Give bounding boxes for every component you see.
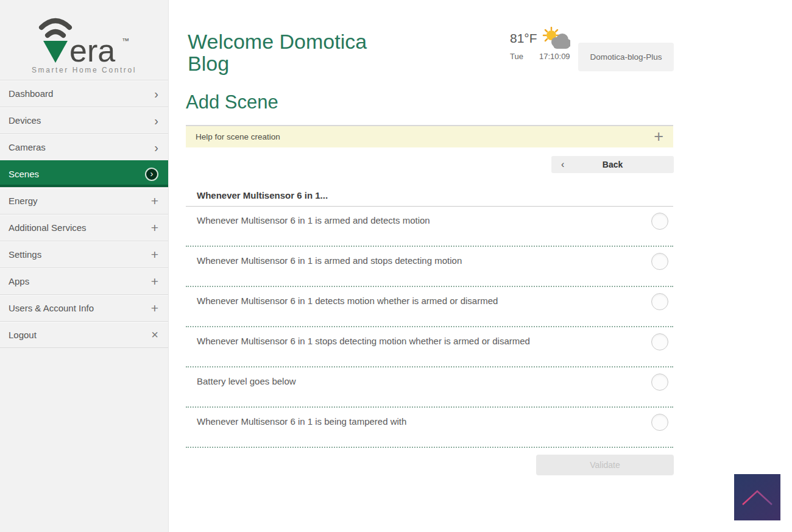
sidebar-item-dashboard[interactable]: Dashboard: [0, 80, 168, 107]
sidebar-menu: Dashboard Devices Cameras Scenes Energy …: [0, 80, 168, 348]
sidebar-item-additional-services[interactable]: Additional Services: [0, 214, 168, 241]
hub-selector-button[interactable]: Domotica-blog-Plus: [578, 43, 674, 71]
sidebar-item-label: Additional Services: [9, 222, 151, 233]
vera-logo: era ™ Smarter Home Control: [0, 0, 168, 80]
help-bar-label: Help for scene creation: [196, 132, 654, 141]
chevron-right-icon: [154, 141, 158, 154]
sidebar-item-users-account-info[interactable]: Users & Account Info: [0, 294, 168, 321]
vera-logo-icon: era ™: [33, 12, 135, 65]
sidebar-item-label: Logout: [9, 330, 151, 340]
plus-icon[interactable]: +: [654, 129, 663, 145]
sidebar-item-apps[interactable]: Apps: [0, 268, 168, 294]
sidebar-item-devices[interactable]: Devices: [0, 107, 168, 133]
weekday-label: Tue: [510, 52, 539, 61]
plus-icon: [151, 221, 158, 234]
clock-time: 17:10:09: [539, 52, 570, 61]
trigger-row-stops-detecting-any[interactable]: Whenever Multisensor 6 in 1 stops detect…: [186, 327, 673, 367]
page-title: Add Scene: [186, 91, 278, 113]
sun-behind-cloud-icon: [541, 27, 570, 50]
welcome-title: Welcome Domotica Blog: [188, 30, 395, 75]
chevron-right-icon: [154, 115, 158, 127]
trigger-label: Whenever Multisensor 6 in 1 is armed and…: [197, 215, 430, 225]
sidebar-item-energy[interactable]: Energy: [0, 187, 168, 214]
back-button-label: Back: [551, 156, 674, 173]
sidebar-item-label: Devices: [9, 115, 154, 126]
sidebar-item-label: Cameras: [9, 142, 154, 152]
sidebar-item-label: Apps: [9, 276, 151, 286]
trigger-label: Whenever Multisensor 6 in 1 detects moti…: [197, 296, 498, 306]
sidebar-item-scenes[interactable]: Scenes: [0, 160, 168, 187]
trigger-label: Whenever Multisensor 6 in 1 is armed and…: [197, 255, 462, 266]
vera-wordmark: era: [69, 33, 115, 65]
trigger-row-armed-detects-motion[interactable]: Whenever Multisensor 6 in 1 is armed and…: [186, 207, 673, 247]
sidebar-item-label: Dashboard: [9, 88, 154, 99]
sidebar-item-logout[interactable]: Logout: [0, 321, 168, 348]
plus-icon: [151, 248, 158, 261]
help-accordion-bar[interactable]: Help for scene creation +: [186, 125, 673, 147]
radio-button[interactable]: [651, 293, 668, 310]
trigger-list-header: Whenever Multisensor 6 in 1...: [186, 190, 673, 207]
back-button[interactable]: ‹ Back: [551, 156, 674, 173]
trademark-symbol: ™: [122, 37, 129, 45]
trigger-row-battery-level[interactable]: Battery level goes below: [186, 367, 673, 408]
trigger-label: Whenever Multisensor 6 in 1 is being tam…: [197, 416, 406, 427]
chevron-right-circle-icon: [145, 168, 158, 181]
trigger-row-tampered[interactable]: Whenever Multisensor 6 in 1 is being tam…: [186, 408, 673, 448]
trigger-label: Whenever Multisensor 6 in 1 stops detect…: [197, 336, 530, 346]
app-window: era ™ Smarter Home Control Dashboard Dev…: [0, 0, 792, 532]
radio-button[interactable]: [651, 253, 668, 270]
main-content: Welcome Domotica Blog Add Scene 81°F: [169, 0, 792, 532]
trigger-row-armed-stops-detecting[interactable]: Whenever Multisensor 6 in 1 is armed and…: [186, 247, 673, 287]
sidebar: era ™ Smarter Home Control Dashboard Dev…: [0, 0, 169, 532]
sidebar-item-label: Settings: [9, 249, 151, 260]
plus-icon: [151, 194, 158, 207]
sidebar-item-label: Users & Account Info: [9, 303, 151, 313]
trigger-row-detects-motion-any[interactable]: Whenever Multisensor 6 in 1 detects moti…: [186, 287, 673, 327]
sidebar-item-label: Scenes: [9, 169, 145, 179]
radio-button[interactable]: [651, 333, 668, 350]
scroll-to-top-button[interactable]: [734, 474, 780, 520]
radio-button[interactable]: [651, 374, 668, 391]
temperature-value: 81°F: [510, 31, 537, 46]
hub-name: Domotica-blog-Plus: [590, 52, 662, 62]
weather-widget: 81°F: [510, 27, 578, 61]
chevron-right-icon: [154, 88, 158, 100]
radio-button[interactable]: [651, 213, 668, 230]
trigger-list-section: Whenever Multisensor 6 in 1... Whenever …: [186, 190, 673, 448]
plus-icon: [151, 302, 158, 314]
chevron-up-icon: [740, 488, 774, 507]
sidebar-item-cameras[interactable]: Cameras: [0, 133, 168, 160]
logo-tagline: Smarter Home Control: [32, 66, 136, 74]
sidebar-item-settings[interactable]: Settings: [0, 241, 168, 268]
close-icon: [151, 328, 158, 341]
trigger-label: Battery level goes below: [197, 376, 296, 386]
plus-icon: [151, 275, 158, 288]
validate-button[interactable]: Validate: [536, 455, 674, 475]
radio-button[interactable]: [651, 414, 668, 431]
sidebar-item-label: Energy: [9, 196, 151, 206]
